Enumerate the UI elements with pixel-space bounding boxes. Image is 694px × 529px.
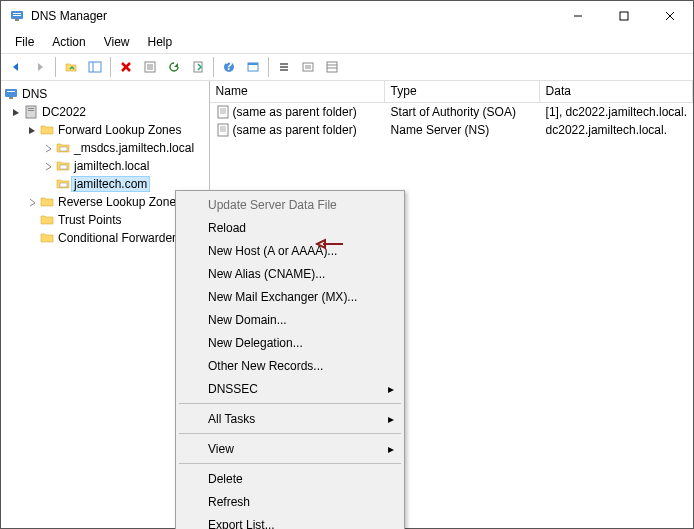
folder-icon xyxy=(39,212,55,228)
ctx-new-delegation[interactable]: New Delegation... xyxy=(178,331,402,354)
ctx-export[interactable]: Export List... xyxy=(178,513,402,529)
tree-flz[interactable]: Forward Lookup Zones xyxy=(1,121,209,139)
col-data[interactable]: Data xyxy=(540,81,693,102)
tree-zone-local[interactable]: jamiltech.local xyxy=(1,157,209,175)
menu-action[interactable]: Action xyxy=(44,33,93,51)
up-button[interactable] xyxy=(60,56,82,78)
properties-button[interactable] xyxy=(139,56,161,78)
svg-rect-32 xyxy=(9,97,13,99)
cell-data: [1], dc2022.jamiltech.local. xyxy=(540,104,693,120)
ctx-dnssec[interactable]: DNSSEC▸ xyxy=(178,377,402,400)
svg-rect-8 xyxy=(89,62,101,72)
menubar: File Action View Help xyxy=(1,31,693,53)
svg-rect-34 xyxy=(28,108,34,109)
cell-type: Start of Authority (SOA) xyxy=(385,104,540,120)
tree-label: Reverse Lookup Zones xyxy=(55,194,185,210)
tree-server[interactable]: DC2022 xyxy=(1,103,209,121)
titlebar: DNS Manager xyxy=(1,1,693,31)
delete-button[interactable] xyxy=(115,56,137,78)
ctx-other-records[interactable]: Other New Records... xyxy=(178,354,402,377)
ctx-refresh[interactable]: Refresh xyxy=(178,490,402,513)
expand-icon[interactable] xyxy=(41,162,55,171)
ctx-new-domain[interactable]: New Domain... xyxy=(178,308,402,331)
show-hide-tree-button[interactable] xyxy=(84,56,106,78)
server-icon xyxy=(23,104,39,120)
svg-rect-36 xyxy=(60,147,67,151)
list-header: Name Type Data xyxy=(210,81,693,103)
list-row[interactable]: (same as parent folder) Name Server (NS)… xyxy=(210,121,693,139)
tree-zone-msdcs[interactable]: _msdcs.jamiltech.local xyxy=(1,139,209,157)
ctx-new-alias[interactable]: New Alias (CNAME)... xyxy=(178,262,402,285)
new-window-button[interactable] xyxy=(242,56,264,78)
window-controls xyxy=(555,1,693,31)
svg-rect-3 xyxy=(15,19,19,21)
cell-name: (same as parent folder) xyxy=(233,105,357,119)
menu-view[interactable]: View xyxy=(96,33,138,51)
folder-icon xyxy=(39,230,55,246)
svg-rect-5 xyxy=(620,12,628,20)
minimize-button[interactable] xyxy=(555,1,601,31)
col-type[interactable]: Type xyxy=(385,81,540,102)
svg-rect-43 xyxy=(218,124,228,136)
ctx-view[interactable]: View▸ xyxy=(178,437,402,460)
submenu-arrow-icon: ▸ xyxy=(388,412,394,426)
list-row[interactable]: (same as parent folder) Start of Authori… xyxy=(210,103,693,121)
ctx-reload[interactable]: Reload xyxy=(178,216,402,239)
ctx-delete[interactable]: Delete xyxy=(178,467,402,490)
folder-icon xyxy=(39,122,55,138)
context-menu: Update Server Data File Reload New Host … xyxy=(175,190,405,529)
ctx-separator xyxy=(179,463,401,464)
tree-label: DNS xyxy=(19,86,50,102)
expand-icon[interactable] xyxy=(41,144,55,153)
refresh-button[interactable] xyxy=(163,56,185,78)
svg-rect-2 xyxy=(13,15,21,16)
folder-icon xyxy=(39,194,55,210)
tree-root-dns[interactable]: DNS xyxy=(1,85,209,103)
window-title: DNS Manager xyxy=(31,9,555,23)
svg-rect-33 xyxy=(26,106,36,118)
col-name[interactable]: Name xyxy=(210,81,385,102)
ctx-new-mx[interactable]: New Mail Exchanger (MX)... xyxy=(178,285,402,308)
zone-icon xyxy=(55,176,71,192)
list-button[interactable] xyxy=(297,56,319,78)
tree-label: jamiltech.local xyxy=(71,158,152,174)
maximize-button[interactable] xyxy=(601,1,647,31)
tree-label: _msdcs.jamiltech.local xyxy=(71,140,197,156)
expand-icon[interactable] xyxy=(25,198,39,207)
tree-label: Trust Points xyxy=(55,212,125,228)
svg-rect-20 xyxy=(248,63,258,65)
tree-label: Forward Lookup Zones xyxy=(55,122,184,138)
tree-label: Conditional Forwarders xyxy=(55,230,185,246)
close-button[interactable] xyxy=(647,1,693,31)
svg-rect-31 xyxy=(7,91,15,92)
svg-rect-38 xyxy=(60,183,67,187)
ctx-separator xyxy=(179,403,401,404)
svg-rect-1 xyxy=(13,13,21,14)
record-icon xyxy=(216,123,230,137)
menu-help[interactable]: Help xyxy=(140,33,181,51)
zone-icon xyxy=(55,140,71,156)
collapse-icon[interactable] xyxy=(25,126,39,135)
cell-data: dc2022.jamiltech.local. xyxy=(540,122,693,138)
annotation-arrow-icon xyxy=(315,237,345,254)
svg-rect-27 xyxy=(327,62,337,72)
export-button[interactable] xyxy=(187,56,209,78)
submenu-arrow-icon: ▸ xyxy=(388,442,394,456)
menu-file[interactable]: File xyxy=(7,33,42,51)
help-button[interactable]: ? xyxy=(218,56,240,78)
svg-rect-35 xyxy=(28,110,34,111)
record-icon xyxy=(216,105,230,119)
svg-rect-37 xyxy=(60,165,67,169)
ctx-separator xyxy=(179,433,401,434)
ctx-new-host[interactable]: New Host (A or AAAA)... xyxy=(178,239,402,262)
tree-label-selected: jamiltech.com xyxy=(71,176,150,192)
zone-icon xyxy=(55,158,71,174)
back-button[interactable] xyxy=(5,56,27,78)
filter-button[interactable] xyxy=(273,56,295,78)
submenu-arrow-icon: ▸ xyxy=(388,382,394,396)
detail-button[interactable] xyxy=(321,56,343,78)
forward-button[interactable] xyxy=(29,56,51,78)
dns-icon xyxy=(3,86,19,102)
ctx-all-tasks[interactable]: All Tasks▸ xyxy=(178,407,402,430)
collapse-icon[interactable] xyxy=(9,108,23,117)
